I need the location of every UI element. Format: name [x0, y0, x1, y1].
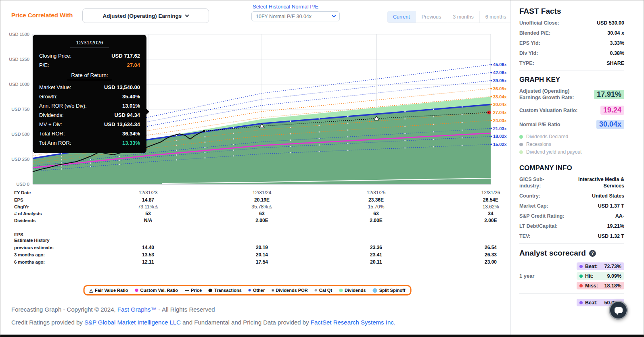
- fact-row: Unofficial Close:USD 530.00: [519, 20, 624, 26]
- price-line-icon: [185, 290, 189, 291]
- tooltip-value: USD 13,634.34: [104, 120, 140, 129]
- legend-item-dividends[interactable]: Dividends: [339, 288, 366, 293]
- tooltip-label: Closing Price:: [39, 51, 71, 60]
- fy-date-cell: 12/31/25: [319, 190, 433, 196]
- svg-text:21.03x: 21.03x: [493, 126, 507, 131]
- lightblue-dot-icon: [373, 288, 377, 293]
- svg-text:USD 750: USD 750: [11, 107, 29, 112]
- svg-text:33.04x: 33.04x: [493, 94, 507, 99]
- legend-item-other[interactable]: Other: [249, 288, 265, 293]
- legend-item-dividends-por[interactable]: Dividends POR: [272, 288, 307, 293]
- scorecard-period: 1 year: [519, 273, 535, 279]
- period-segmented-control: Current Previous 3 months 6 months: [387, 11, 512, 23]
- table-row: 6 months ago: 12.11 17.54 20.11 23.00: [0, 258, 548, 266]
- custom-valuation-row: Custom Valuation Ratio: 19.24: [519, 106, 624, 115]
- tooltip-label: Ann. ROR (w/o Div):: [39, 101, 87, 110]
- key-legend-item: Recessions: [519, 141, 624, 147]
- svg-text:18.02x: 18.02x: [493, 134, 507, 139]
- row-label: previous estimate:: [0, 245, 91, 250]
- tooltip-section-title: Rate of Return:: [67, 72, 112, 80]
- legend-item-custom-val-ratio[interactable]: Custom Val. Ratio: [135, 288, 178, 293]
- tooltip-label: P/E:: [39, 60, 49, 70]
- analysts-cell: 63: [319, 211, 433, 216]
- table-row: Dividends N/A 2.00E 2.00E 2.00E: [0, 217, 548, 224]
- company-info-title: COMPANY INFO: [519, 164, 624, 172]
- period-button-6-months[interactable]: 6 months: [480, 11, 512, 23]
- dividends-cell: N/A: [91, 218, 205, 223]
- legend-item-split-spinoff[interactable]: Split Spinoff: [373, 288, 406, 293]
- dividend-yield-dot-icon: [519, 150, 523, 154]
- svg-text:39.05x: 39.05x: [493, 78, 507, 83]
- earnings-type-dropdown[interactable]: Adjusted (Operating) Earnings: [82, 8, 209, 23]
- factset-link[interactable]: FactSet Research Systems Inc.: [311, 319, 395, 326]
- svg-text:15.02x: 15.02x: [493, 142, 507, 147]
- row-label: FY Date: [0, 190, 91, 195]
- table-row: 3 months ago: 13.53 20.14 23.41 26.33: [0, 251, 548, 258]
- copyright-line: Forecasting Graph - Copyright © 2024, Fa…: [11, 306, 215, 313]
- right-sidebar: FAST Facts Unofficial Close:USD 530.00 B…: [510, 0, 644, 337]
- analysts-cell: 63: [205, 211, 319, 216]
- svg-text:45.06x: 45.06x: [493, 62, 507, 67]
- divider: [519, 293, 624, 294]
- company-info-row: LT Debt/Capital:19.21%: [519, 223, 624, 229]
- history-cell: 23.36: [319, 245, 433, 250]
- legend-item-price[interactable]: Price: [185, 288, 202, 293]
- svg-text:36.05x: 36.05x: [493, 86, 507, 91]
- history-cell: 23.41: [319, 252, 433, 258]
- scorecard-group-1-year: 1 year Beat: 72.73% Hit: 9.09% Miss: 18.…: [519, 262, 624, 289]
- gray-dot-icon: [315, 289, 317, 291]
- tooltip-value: USD 94.34: [114, 110, 140, 120]
- history-cell: 20.19: [205, 245, 319, 250]
- tooltip-label: Dividends:: [39, 110, 64, 120]
- table-row: EPS Estimate History: [0, 232, 548, 244]
- tooltip-row: Tot Ann ROR: 13.33%: [39, 138, 140, 148]
- tooltip-row: Dividends: USD 94.34: [39, 110, 140, 120]
- table-row: previous estimate: 14.40 20.19 23.36 26.…: [0, 244, 548, 251]
- tooltip-row: P/E: 27.04: [39, 60, 140, 70]
- scorecard-hit-row: Hit: 9.09%: [577, 272, 624, 280]
- key-legend-item: Dividends Declared: [519, 134, 624, 139]
- fy-date-cell: 12/31/24: [205, 190, 319, 196]
- scorecard-beat-row: Beat: 72.73%: [577, 262, 624, 270]
- chat-button[interactable]: [609, 301, 628, 320]
- magenta-dot-icon: [135, 289, 138, 292]
- svg-text:27.04x: 27.04x: [493, 110, 507, 115]
- period-button-previous[interactable]: Previous: [416, 11, 447, 23]
- eps-cell: 23.36E: [319, 197, 433, 203]
- normal-pe-select-value: 10FY Normal P/E 30.04x: [256, 14, 312, 19]
- company-info-row: TEV:USD 1.32 T: [519, 233, 624, 239]
- svg-text:USD 0: USD 0: [17, 182, 29, 187]
- legend-item-cal-qt[interactable]: Cal Qt: [315, 288, 332, 293]
- period-button-3-months[interactable]: 3 months: [447, 11, 479, 23]
- svg-text:USD 250: USD 250: [11, 157, 29, 162]
- history-cell: 13.53: [91, 252, 205, 258]
- fast-graphs-link[interactable]: Fast Graphs™: [117, 306, 157, 313]
- legend-item-fair-value-ratio[interactable]: △Fair Value Ratio: [90, 288, 128, 293]
- dividends-cell: 2.00E: [319, 218, 433, 223]
- period-button-current[interactable]: Current: [387, 11, 416, 23]
- hit-dot-icon: [579, 275, 583, 278]
- normal-pe-select[interactable]: 10FY Normal P/E 30.04x: [251, 11, 340, 21]
- sp-global-link[interactable]: S&P Global Market Intelligence LLC: [84, 319, 181, 326]
- tooltip-label: Growth:: [39, 92, 58, 101]
- tooltip-row: Ann. ROR (w/o Div): 13.01%: [39, 101, 140, 110]
- company-info-row: Country:United States: [519, 193, 624, 199]
- chg-cell: 35.78%⚠: [205, 204, 319, 210]
- legend-item-transactions[interactable]: Transactions: [209, 288, 242, 293]
- growth-rate-value: 17.91%: [594, 90, 624, 99]
- normal-pe-value: 30.04x: [596, 120, 624, 129]
- beat-dot-icon: [579, 265, 583, 268]
- svg-text:USD 500: USD 500: [11, 132, 29, 137]
- chg-cell: 15.70%: [319, 204, 433, 210]
- fact-row: Div Yld:0.38%: [519, 50, 624, 56]
- normal-pe-row: Normal P/E Ratio 30.04x: [519, 120, 624, 129]
- tooltip-label: Total ROR:: [39, 129, 65, 138]
- help-icon[interactable]: ?: [589, 250, 596, 257]
- tooltip-value: 36.34%: [122, 129, 140, 138]
- company-info-row: GICS Sub-industry:Interactive Media & Se…: [519, 176, 624, 189]
- tooltip-row: Market Value: USD 13,540.00: [39, 83, 140, 92]
- tooltip-row: Closing Price: USD 717.62: [39, 51, 140, 60]
- tooltip-value: 35.40%: [122, 92, 140, 101]
- growth-rate-row: Adjusted (Operating) Earnings Growth Rat…: [519, 88, 624, 101]
- credits-line: Credit Ratings provided by S&P Global Ma…: [11, 319, 395, 326]
